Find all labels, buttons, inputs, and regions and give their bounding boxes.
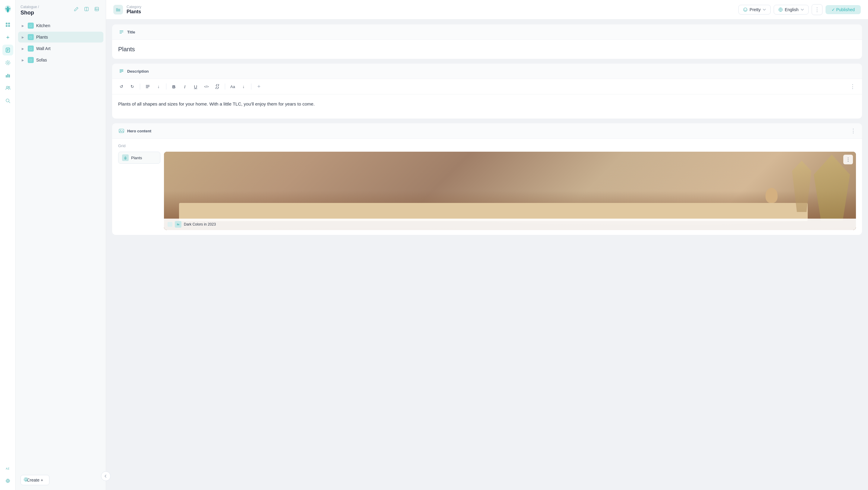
tree-label-sofas: Sofas [36, 58, 47, 62]
more-options-btn[interactable]: ⋮ [812, 4, 823, 15]
pretty-label: Pretty [749, 7, 761, 12]
hero-more-btn[interactable]: ⋮ [850, 127, 856, 134]
nav-header: Catalogue / Shop [16, 0, 106, 19]
svg-point-22 [96, 8, 96, 9]
sidebar-icon-rail: AZ [0, 0, 16, 490]
pretty-btn[interactable]: Pretty [738, 5, 771, 15]
dresser-shape [179, 203, 808, 221]
sidebar-item-pages[interactable] [2, 45, 13, 56]
hero-plants-card[interactable]: Plants [118, 152, 160, 164]
toolbar-divider-3 [225, 84, 225, 90]
tree-chevron-wall-art: ▶ [22, 47, 25, 50]
tree-item-sofas[interactable]: ▶ □ Sofas [18, 55, 103, 65]
tree-item-kitchen[interactable]: ▶ □ Kitchen [18, 20, 103, 31]
redo-btn[interactable]: ↻ [128, 82, 137, 91]
svg-rect-39 [119, 129, 124, 133]
sidebar-item-analytics[interactable] [2, 70, 13, 81]
description-content[interactable]: Plants of all shapes and sizes for your … [112, 94, 862, 118]
tree-item-wall-art[interactable]: ▶ □ Wall Art [18, 43, 103, 54]
svg-point-25 [744, 9, 745, 10]
title-section-header: Title [112, 24, 862, 40]
hero-section-card: Hero content ⋮ Grid Plants [112, 123, 862, 235]
nav-settings-icon[interactable] [21, 474, 31, 485]
toolbar-divider-4 [251, 84, 251, 90]
tree-label-plants: Plants [36, 35, 48, 39]
room-more-btn[interactable]: ⋮ [843, 155, 853, 164]
sidebar-item-search[interactable] [2, 95, 13, 106]
nav-toolbar [72, 5, 101, 13]
hero-body: Grid Plants [112, 139, 862, 235]
edit-toolbar-btn[interactable] [72, 5, 81, 13]
font-down-btn[interactable]: ↓ [239, 82, 248, 91]
image-toolbar-btn[interactable] [93, 5, 101, 13]
nav-breadcrumb: Catalogue / [21, 5, 39, 9]
align-btn[interactable] [143, 82, 152, 91]
title-section-card: Title Plants [112, 24, 862, 59]
category-name: Plants [127, 9, 141, 15]
desc-more-btn[interactable]: ⋮ [848, 82, 857, 91]
language-btn[interactable]: English [774, 5, 809, 15]
svg-point-14 [8, 87, 10, 88]
svg-point-18 [7, 480, 8, 482]
tree-label-wall-art: Wall Art [36, 46, 51, 51]
tree-folder-plants: □ [28, 34, 34, 40]
italic-btn[interactable]: I [180, 82, 189, 91]
hero-bottom-category-icon [175, 221, 181, 228]
toolbar-divider-2 [166, 84, 166, 90]
add-btn[interactable]: + [254, 82, 264, 91]
sidebar-item-users[interactable] [2, 83, 13, 93]
nav-title: Shop [21, 10, 39, 16]
title-text[interactable]: Plants [118, 46, 856, 53]
hero-bottom-bar: Dark Colors in 2023 [164, 219, 856, 230]
description-section-icon [118, 68, 125, 75]
hero-bottom-text: Dark Colors in 2023 [184, 222, 216, 227]
code-btn[interactable]: </> [202, 82, 211, 91]
sidebar-item-home[interactable] [2, 19, 13, 30]
sidebar-item-az[interactable]: AZ [2, 463, 13, 474]
category-info: Category Plants [127, 5, 141, 15]
title-section-content: Plants [112, 40, 862, 59]
tree-folder-sofas: □ [28, 57, 34, 63]
tree-item-plants[interactable]: ▶ □ Plants [18, 32, 103, 42]
collapse-panel-btn[interactable] [101, 471, 111, 481]
description-section-card: Description ↺ ↻ ↓ B I U </> Aa ↓ + ⋮ [112, 64, 862, 118]
toolbar-divider-1 [140, 84, 140, 90]
title-section-label: Title [127, 30, 135, 34]
sidebar-item-settings[interactable] [2, 475, 13, 486]
hero-grid: Plants ⋮ [118, 152, 856, 230]
book-toolbar-btn[interactable] [82, 5, 91, 13]
svg-point-23 [25, 479, 27, 481]
align-down-btn[interactable]: ↓ [154, 82, 163, 91]
description-section-header: Description [112, 64, 862, 79]
hero-plants-label: Plants [131, 155, 142, 160]
room-image [164, 152, 856, 230]
font-btn[interactable]: Aa [228, 82, 237, 91]
published-btn[interactable]: ✓ Published [826, 5, 861, 14]
underline-btn[interactable]: U [191, 82, 200, 91]
svg-rect-3 [8, 25, 10, 27]
link-btn[interactable] [213, 82, 222, 91]
svg-point-26 [746, 9, 747, 10]
bold-btn[interactable]: B [169, 82, 179, 91]
description-text: Plants of all shapes and sizes for your … [118, 101, 315, 107]
svg-rect-11 [7, 74, 8, 78]
top-bar: Category Plants Pretty English ⋮ ✓ Publi… [106, 0, 868, 20]
category-label: Category [127, 5, 141, 9]
svg-point-9 [6, 61, 10, 65]
hero-grid-left: Plants [118, 152, 160, 230]
category-folder-icon [113, 5, 123, 15]
svg-line-16 [9, 102, 10, 103]
bottom-bar-folder-icon [167, 222, 173, 227]
svg-point-8 [7, 62, 9, 64]
description-toolbar: ↺ ↻ ↓ B I U </> Aa ↓ + ⋮ [112, 79, 862, 94]
sidebar-item-sparkle[interactable] [2, 32, 13, 43]
tree-chevron-sofas: ▶ [22, 58, 25, 62]
tree-chevron-plants: ▶ [22, 36, 25, 39]
sidebar-item-integrations[interactable] [2, 57, 13, 68]
svg-rect-10 [6, 75, 7, 78]
main-content: Category Plants Pretty English ⋮ ✓ Publi… [106, 0, 868, 490]
undo-btn[interactable]: ↺ [117, 82, 126, 91]
description-section-label: Description [127, 69, 149, 74]
svg-point-13 [6, 86, 8, 88]
svg-text:AZ: AZ [6, 467, 9, 470]
